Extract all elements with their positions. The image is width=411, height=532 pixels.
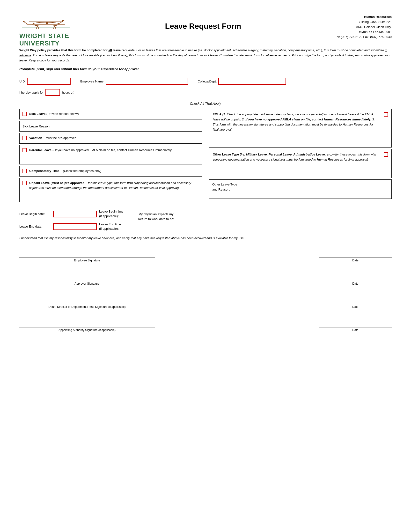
leave-end-label: Leave End date: xyxy=(19,225,51,228)
fmla-checkbox[interactable] xyxy=(384,112,388,116)
parental-leave-checkbox[interactable] xyxy=(22,148,27,152)
approver-date-group: Date xyxy=(319,274,392,285)
hr-city: Dayton, OH 45435-0001 xyxy=(314,29,392,35)
appointing-date-label: Date xyxy=(352,328,358,332)
approver-sig-label: Approver Signature xyxy=(75,282,99,285)
appointing-sig-group: Appointing Authority Signature (if appli… xyxy=(19,320,155,332)
other-leave-type-label: Other Leave Type xyxy=(212,182,389,187)
leave-begin-input[interactable] xyxy=(53,211,97,217)
sick-leave-option: Sick Leave (Provide reason below) xyxy=(19,109,202,119)
svg-line-10 xyxy=(58,20,64,24)
fmla-text: FMLA (1. Check the appropriate paid leav… xyxy=(213,112,379,132)
approver-date-label: Date xyxy=(352,282,358,285)
top-fields-row: UID: Employee Name: College/Dept: xyxy=(19,78,392,85)
employee-name-group: Employee Name: xyxy=(80,78,188,85)
leave-end-line: Leave End date: Leave End time(if applic… xyxy=(19,222,123,231)
dean-sig-label: Dean, Director or Department Head Signat… xyxy=(49,305,126,309)
hr-building: Building 2455, Suite 221 xyxy=(314,19,392,25)
logo-icon xyxy=(19,15,73,31)
approver-sig-line xyxy=(19,274,155,281)
employee-name-input[interactable] xyxy=(106,78,188,85)
dean-date-group: Date xyxy=(319,297,392,309)
leave-begin-line: Leave Begin date: Leave Begin time(if ap… xyxy=(19,209,123,218)
left-column: Sick Leave (Provide reason below) Sick L… xyxy=(19,109,202,204)
college-dept-group: College/Dept: xyxy=(198,78,286,85)
right-column: FMLA (1. Check the appropriate paid leav… xyxy=(209,109,392,204)
header-section: WRIGHT STATE UNIVERSITY Leave Request Fo… xyxy=(19,15,392,42)
leave-begin-time-label: Leave Begin time(if applicable): xyxy=(99,209,123,218)
comp-time-checkbox[interactable] xyxy=(22,169,27,173)
policy-bold-intro: Wright Way policy provides that this for… xyxy=(19,48,135,52)
uid-group: UID: xyxy=(19,78,71,85)
sick-leave-reason-label: Sick Leave Reason: xyxy=(22,124,51,129)
employee-date-label: Date xyxy=(352,259,358,262)
employee-sig-line xyxy=(19,250,155,258)
other-leave-reason-label: and Reason: xyxy=(212,187,389,192)
dean-date-line xyxy=(319,297,392,304)
hours-prefix: I hereby apply for xyxy=(19,91,44,94)
employee-date-line xyxy=(319,250,392,258)
employee-sig-label: Employee Signature xyxy=(74,259,100,262)
other-leave-type-checkbox[interactable] xyxy=(384,152,388,157)
dean-date-label: Date xyxy=(352,305,358,309)
appointing-sig-row: Appointing Authority Signature (if appli… xyxy=(19,320,392,334)
approver-sig-group: Approver Signature xyxy=(19,274,155,285)
date-group: Leave Begin date: Leave Begin time(if ap… xyxy=(19,209,123,231)
university-logo: WRIGHT STATE UNIVERSITY xyxy=(19,15,73,41)
vacation-option: Vacation – Must be pre-approved xyxy=(19,133,202,144)
appointing-sig-line xyxy=(19,320,155,327)
parental-leave-text: Parental Leave – If you have no approved… xyxy=(29,148,172,152)
disclaimer-text: I understand that it is my responsibilit… xyxy=(19,236,392,241)
form-title: Leave Request Form xyxy=(92,22,314,31)
physician-section: My physician expects myReturn to work da… xyxy=(138,209,174,221)
leave-end-input[interactable] xyxy=(53,223,97,230)
approver-date-line xyxy=(319,274,392,281)
form-title-area: Leave Request Form xyxy=(92,15,314,31)
fmla-box: FMLA (1. Check the appropriate paid leav… xyxy=(209,109,392,148)
uid-label: UID: xyxy=(19,80,26,83)
check-all-label: Check All That Apply xyxy=(19,102,392,105)
unpaid-leave-checkbox[interactable] xyxy=(22,181,27,185)
college-dept-label: College/Dept: xyxy=(198,80,217,83)
university-name: WRIGHT STATE UNIVERSITY xyxy=(19,32,73,47)
other-leave-type-box: Other Leave Type (i.e. Military Leave, P… xyxy=(209,149,392,178)
submit-instruction: Complete, print, sign and submit this fo… xyxy=(19,67,392,71)
policy-text: Wright Way policy provides that this for… xyxy=(19,48,392,63)
unpaid-leave-text: Unpaid Leave (Must be pre-approved – for… xyxy=(29,181,199,190)
employee-sig-row: Employee Signature Date xyxy=(19,250,392,264)
dean-sig-line xyxy=(19,297,155,304)
hours-suffix: hours of: xyxy=(62,91,74,94)
hr-info: Human Resources Building 2455, Suite 221… xyxy=(314,15,392,40)
approver-sig-row: Approver Signature Date xyxy=(19,274,392,287)
dean-sig-group: Dean, Director or Department Head Signat… xyxy=(19,297,155,309)
signature-section: Employee Signature Date Approver Signatu… xyxy=(19,250,392,334)
hr-tel-fax: Tel: (937) 775-2120 Fax: (937) 775-3040 xyxy=(314,35,392,40)
sick-leave-reason-option: Sick Leave Reason: xyxy=(19,121,202,132)
sick-leave-checkbox[interactable] xyxy=(22,112,27,116)
hr-label: Human Resources xyxy=(314,15,392,19)
appointing-date-line xyxy=(319,320,392,327)
dean-sig-row: Dean, Director or Department Head Signat… xyxy=(19,297,392,311)
employee-date-group: Date xyxy=(319,250,392,262)
comp-time-text: Compensatory Time – (Classified employee… xyxy=(29,169,101,173)
employee-name-label: Employee Name: xyxy=(80,80,104,83)
uid-input[interactable] xyxy=(27,78,71,85)
hours-row: I hereby apply for hours of: xyxy=(19,89,392,96)
unpaid-leave-option: Unpaid Leave (Must be pre-approved – for… xyxy=(19,178,202,202)
vacation-checkbox[interactable] xyxy=(22,136,27,140)
sick-leave-text: Sick Leave (Provide reason below) xyxy=(29,112,79,116)
parental-leave-option: Parental Leave – If you have no approved… xyxy=(19,145,202,164)
physician-text: My physician expects myReturn to work da… xyxy=(138,212,174,221)
hours-input[interactable] xyxy=(46,89,60,96)
other-leave-type-text: Other Leave Type (i.e. Military Leave, P… xyxy=(213,152,379,162)
college-dept-input[interactable] xyxy=(218,78,286,85)
hr-address: 3640 Colonel Glenn Hwy. xyxy=(314,25,392,30)
employee-sig-group: Employee Signature xyxy=(19,250,155,262)
leave-options-grid: Sick Leave (Provide reason below) Sick L… xyxy=(19,109,392,204)
svg-line-12 xyxy=(23,21,28,24)
appointing-sig-label: Appointing Authority Signature (if appli… xyxy=(58,328,116,332)
logo-area: WRIGHT STATE UNIVERSITY xyxy=(19,15,92,42)
leave-begin-label: Leave Begin date: xyxy=(19,212,51,216)
leave-end-time-label: Leave End time(if applicable): xyxy=(99,222,121,231)
comp-time-option: Compensatory Time – (Classified employee… xyxy=(19,166,202,177)
